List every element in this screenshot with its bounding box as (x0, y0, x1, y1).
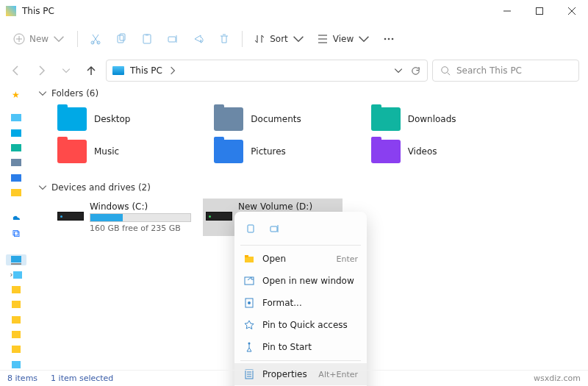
sidebar-item-documents[interactable] (10, 157, 23, 168)
view-icon (317, 33, 329, 45)
minimize-button[interactable] (491, 0, 523, 22)
folder-item-videos[interactable]: .folder-icon[style*='#8a3ff0']::before{b… (368, 137, 510, 166)
folder-item-pictures[interactable]: .folder-icon[style*='#2b7de9']::before{b… (211, 137, 353, 166)
pinstart-icon (243, 341, 255, 353)
chevron-down-icon (38, 89, 47, 98)
sidebar-item-drive5[interactable] (10, 329, 23, 340)
sort-button[interactable]: Sort (249, 30, 309, 48)
sidebar-item-onedrive[interactable] (10, 212, 23, 223)
breadcrumb-location[interactable]: This PC (130, 65, 162, 76)
chevron-right-icon (168, 66, 177, 75)
sidebar-item-favorite[interactable]: ★ (10, 90, 23, 100)
sidebar-item-software[interactable] (10, 187, 23, 198)
chevron-down-icon[interactable] (394, 66, 403, 75)
chevron-down-icon (53, 33, 65, 45)
sidebar-item-dropbox[interactable]: ⧉ (10, 227, 23, 240)
ctx-menu-pin-to-start[interactable]: Pin to Start (234, 336, 367, 358)
svg-point-9 (384, 38, 387, 40)
command-bar: New Sort View (0, 22, 588, 56)
title-bar: This PC (0, 0, 588, 22)
svg-rect-22 (12, 286, 21, 293)
svg-point-12 (442, 67, 448, 74)
address-bar[interactable]: This PC (106, 60, 428, 82)
newwin-icon (243, 275, 255, 287)
folders-grid: .folder-icon[style*='#00a9e6']::before{b… (32, 101, 510, 179)
sidebar-item-drive7[interactable] (10, 360, 23, 370)
folder-icon: .folder-icon[style*='#6b88a6']::before{b… (214, 107, 243, 131)
svg-point-10 (388, 38, 390, 40)
rename-button[interactable] (162, 28, 184, 50)
search-input[interactable]: Search This PC (432, 60, 579, 82)
up-button[interactable] (81, 60, 101, 81)
forward-button[interactable] (31, 60, 51, 81)
sidebar-item-drive3[interactable] (10, 299, 23, 310)
cut-button[interactable] (85, 28, 107, 50)
folder-icon: .folder-icon[style*='#ff4a4a']::before{b… (57, 140, 87, 163)
chevron-down-icon (293, 33, 304, 45)
sidebar-item-drive6[interactable] (10, 344, 23, 354)
folder-label: Music (94, 146, 119, 157)
more-button[interactable] (378, 28, 400, 50)
ctx-shortcut: Enter (336, 254, 358, 264)
search-placeholder: Search This PC (456, 65, 522, 76)
sidebar-item-pictures[interactable] (10, 172, 23, 182)
sidebar-item-thispc[interactable] (6, 254, 26, 265)
context-menu-quick-actions (234, 216, 367, 243)
drive-item[interactable]: .diskicon[style*='#2aa7e6']::after{backg… (54, 199, 194, 236)
drive-name: Windows (C:) (90, 201, 191, 212)
folder-item-documents[interactable]: .folder-icon[style*='#6b88a6']::before{b… (211, 104, 353, 134)
svg-rect-7 (146, 34, 148, 36)
new-button[interactable]: New (7, 30, 71, 48)
ctx-rename-button[interactable] (265, 219, 284, 238)
svg-rect-32 (245, 277, 254, 285)
sidebar-item-desktop[interactable] (10, 127, 23, 137)
refresh-icon[interactable] (410, 65, 421, 76)
svg-point-2 (91, 41, 94, 44)
folder-label: Pictures (251, 146, 286, 157)
copy-button[interactable] (110, 28, 132, 50)
svg-rect-18 (11, 189, 21, 196)
svg-rect-21 (13, 271, 22, 279)
ctx-copy-button[interactable] (242, 219, 261, 238)
ctx-label: Pin to Quick access (262, 320, 348, 330)
view-button[interactable]: View (312, 30, 374, 48)
drives-section-header[interactable]: Devices and drives (2) (32, 179, 581, 196)
folder-item-downloads[interactable]: .folder-icon[style*='#10b4a0']::before{b… (368, 104, 510, 134)
maximize-button[interactable] (523, 0, 556, 22)
paste-button[interactable] (136, 28, 158, 50)
back-button[interactable] (6, 60, 26, 81)
ctx-menu-pin-to-quick-access[interactable]: Pin to Quick access (234, 314, 367, 336)
format-icon (243, 297, 255, 309)
plus-circle-icon (13, 33, 25, 45)
ctx-label: Open (262, 254, 286, 264)
recent-button[interactable] (56, 60, 76, 81)
folder-item-music[interactable]: .folder-icon[style*='#ff4a4a']::before{b… (54, 137, 196, 166)
folders-section-header[interactable]: Folders (6) (32, 85, 581, 101)
app-icon (6, 6, 16, 16)
svg-rect-26 (12, 346, 21, 353)
svg-rect-13 (11, 114, 21, 121)
sidebar-item-drive1[interactable]: › (10, 270, 23, 280)
svg-rect-16 (11, 159, 21, 166)
status-selected-count: 1 item selected (51, 374, 113, 383)
delete-button[interactable] (213, 28, 235, 50)
ctx-label: Pin to Start (262, 342, 312, 352)
sidebar-item-quickaccess[interactable] (10, 112, 23, 123)
svg-rect-30 (245, 257, 254, 262)
share-button[interactable] (187, 28, 209, 50)
svg-rect-27 (12, 361, 21, 368)
ctx-menu-format-[interactable]: Format... (234, 292, 367, 314)
sidebar-item-downloads[interactable] (10, 143, 23, 153)
sidebar-item-drive2[interactable] (10, 285, 23, 295)
folder-icon: .folder-icon[style*='#8a3ff0']::before{b… (371, 140, 401, 163)
svg-rect-4 (118, 35, 123, 43)
svg-rect-14 (11, 129, 21, 137)
folder-icon: .folder-icon[style*='#00a9e6']::before{b… (57, 107, 87, 131)
sidebar-item-drive4[interactable] (10, 315, 23, 325)
ctx-menu-open[interactable]: OpenEnter (234, 248, 367, 270)
close-button[interactable] (556, 0, 588, 22)
folder-icon (243, 253, 255, 265)
ctx-menu-open-in-new-window[interactable]: Open in new window (234, 270, 367, 292)
chevron-down-icon (358, 33, 370, 45)
folder-item-desktop[interactable]: .folder-icon[style*='#00a9e6']::before{b… (54, 104, 196, 134)
